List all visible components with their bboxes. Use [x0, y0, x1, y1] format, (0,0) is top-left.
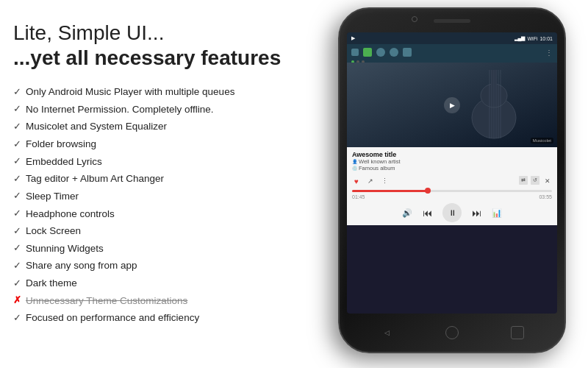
- status-left: ▶: [351, 35, 355, 41]
- check-icon: ✓: [13, 136, 21, 153]
- nav-icon-5[interactable]: [403, 48, 412, 57]
- playback-controls: 🔊 ⏮ ⏸ ⏭ 📊: [347, 200, 557, 225]
- check-icon: ✓: [13, 153, 21, 170]
- headline-2: ...yet all necessary features: [13, 46, 294, 71]
- cross-icon: ✗: [13, 292, 21, 309]
- check-icon: ✓: [13, 171, 21, 188]
- check-icon: ✓: [13, 205, 21, 222]
- back-button[interactable]: ◁: [380, 326, 393, 339]
- feature-item-4: ✓Embedded Lyrics: [13, 153, 294, 171]
- more-options-icon[interactable]: ✕: [542, 176, 553, 186]
- feature-item-6: ✓Sleep Timer: [13, 188, 294, 205]
- time-display: 10:01: [539, 36, 553, 41]
- song-info-section: Awesome title 👤 Well known artist 💿 Famo…: [347, 147, 557, 174]
- check-icon: ✓: [13, 310, 21, 327]
- feature-text-8: Lock Screen: [26, 222, 81, 240]
- time-total: 03:55: [539, 194, 552, 199]
- feature-text-12: Unnecessary Theme Customizations: [26, 292, 187, 310]
- feature-item-5: ✓Tag editor + Album Art Changer: [13, 170, 294, 188]
- controls-row: ♥ ↗ ⋮ ⇄ ↺ ✕: [347, 174, 557, 188]
- song-title: Awesome title: [352, 151, 552, 158]
- feature-item-10: ✓Share any song from app: [13, 257, 294, 275]
- time-row: 01:45 03:55: [347, 194, 557, 200]
- check-icon: ✓: [13, 188, 21, 205]
- feature-item-9: ✓Stunning Widgets: [13, 240, 294, 258]
- song-artist: 👤 Well known artist: [352, 158, 552, 165]
- feature-text-0: Only Android Music Player with multiple …: [26, 83, 234, 101]
- phone-container: ▶ ▂▄▆ WiFi 10:01 ⋮: [309, 7, 588, 368]
- status-icons: ▂▄▆ WiFi 10:01: [514, 35, 553, 41]
- heart-button[interactable]: ♥: [351, 176, 362, 186]
- recents-button[interactable]: [511, 326, 524, 339]
- feature-text-10: Share any song from app: [26, 257, 137, 275]
- feature-list: ✓Only Android Music Player with multiple…: [13, 83, 294, 327]
- right-controls: ⇄ ↺ ✕: [519, 176, 553, 186]
- progress-fill: [352, 190, 428, 192]
- progress-track[interactable]: [352, 190, 552, 192]
- check-icon: ✓: [13, 84, 21, 101]
- check-icon: ✓: [13, 223, 21, 240]
- play-pause-button[interactable]: ⏸: [442, 203, 462, 222]
- status-bar: ▶ ▂▄▆ WiFi 10:01: [347, 32, 557, 44]
- feature-item-2: ✓Musicolet and System Equalizer: [13, 118, 294, 135]
- headline-1: Lite, Simple UI...: [13, 21, 294, 46]
- check-icon: ✓: [13, 118, 21, 135]
- phone-outer: ▶ ▂▄▆ WiFi 10:01 ⋮: [338, 7, 566, 353]
- feature-text-4: Embedded Lyrics: [26, 153, 102, 171]
- feature-text-13: Focused on performance and efficiency: [26, 309, 199, 327]
- nav-icon-2[interactable]: [363, 48, 372, 57]
- repeat-icon[interactable]: ↺: [531, 176, 539, 185]
- check-icon: ✓: [13, 240, 21, 257]
- share-button[interactable]: ↗: [365, 176, 376, 186]
- feature-text-1: No Internet Permission. Completely offli…: [26, 101, 214, 118]
- feature-item-13: ✓Focused on performance and efficiency: [13, 309, 294, 327]
- nav-icon-1[interactable]: [351, 49, 359, 56]
- feature-item-7: ✓Headphone controls: [13, 205, 294, 223]
- phone-speaker: [434, 19, 470, 23]
- left-panel: Lite, Simple UI... ...yet all necessary …: [0, 0, 309, 368]
- volume-button[interactable]: 🔊: [402, 208, 412, 218]
- feature-text-7: Headphone controls: [26, 205, 115, 223]
- nav-more[interactable]: ⋮: [545, 49, 553, 57]
- app-nav-bar: ⋮: [347, 44, 557, 60]
- feature-item-3: ✓Folder browsing: [13, 135, 294, 153]
- more-button[interactable]: ⋮: [379, 176, 390, 186]
- wifi-icon: WiFi: [527, 36, 537, 41]
- feature-text-5: Tag editor + Album Art Changer: [26, 170, 164, 188]
- nav-icon-3[interactable]: [376, 48, 385, 57]
- prev-button[interactable]: ⏮: [423, 208, 432, 219]
- phone-screen: ▶ ▂▄▆ WiFi 10:01 ⋮: [347, 32, 557, 314]
- crossfade-icon[interactable]: ⇄: [519, 176, 528, 185]
- next-button[interactable]: ⏭: [472, 208, 481, 219]
- android-nav-buttons: ◁: [340, 321, 564, 344]
- feature-text-3: Folder browsing: [26, 135, 96, 153]
- feature-item-8: ✓Lock Screen: [13, 222, 294, 240]
- check-icon: ✓: [13, 258, 21, 275]
- album-icon: 💿: [352, 166, 357, 171]
- feature-item-12: ✗Unnecessary Theme Customizations: [13, 292, 294, 310]
- phone-camera: [412, 16, 417, 22]
- feature-text-11: Dark theme: [26, 275, 77, 292]
- musicolet-badge: Musicolet: [531, 138, 553, 144]
- feature-text-9: Stunning Widgets: [26, 240, 104, 258]
- song-album: 💿 Famous album: [352, 165, 552, 171]
- progress-bar-section[interactable]: [347, 188, 557, 194]
- check-icon: ✓: [13, 101, 21, 118]
- nav-icon-4[interactable]: [390, 48, 398, 57]
- feature-item-1: ✓No Internet Permission. Completely offl…: [13, 101, 294, 118]
- feature-text-6: Sleep Timer: [26, 188, 79, 205]
- feature-item-0: ✓Only Android Music Player with multiple…: [13, 83, 294, 101]
- feature-item-11: ✓Dark theme: [13, 275, 294, 292]
- check-icon: ✓: [13, 275, 21, 292]
- home-button[interactable]: [445, 326, 459, 339]
- equalizer-icon[interactable]: 📊: [492, 208, 502, 218]
- progress-thumb[interactable]: [425, 188, 431, 194]
- feature-text-2: Musicolet and System Equalizer: [26, 118, 167, 135]
- album-art: ▶ Musicolet: [347, 63, 557, 147]
- artist-icon: 👤: [352, 159, 357, 164]
- signal-icon: ▂▄▆: [514, 35, 526, 41]
- play-overlay-icon[interactable]: ▶: [444, 97, 460, 113]
- time-current: 01:45: [352, 194, 365, 199]
